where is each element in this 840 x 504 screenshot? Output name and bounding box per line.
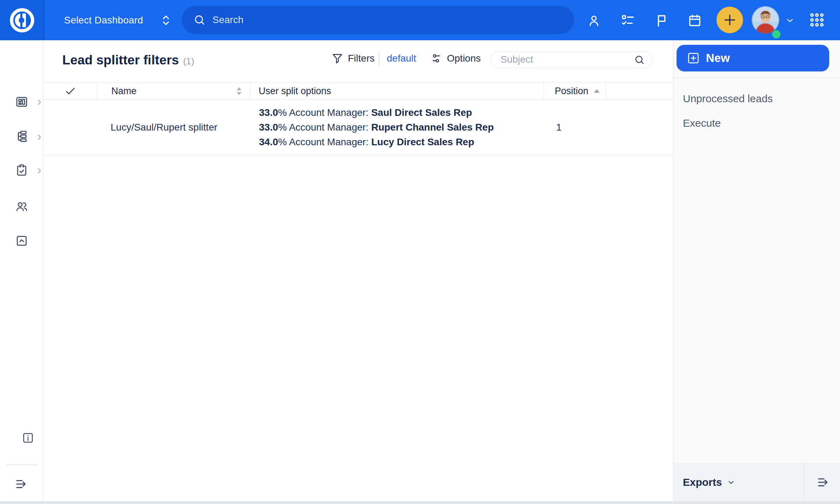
- page-header: Lead splitter filters (1) Filters defaul…: [43, 40, 673, 77]
- user-nav-button[interactable]: [586, 13, 602, 28]
- search-icon: [634, 54, 645, 66]
- split-label: Account Manager:: [289, 122, 369, 133]
- expand-panel-icon: [816, 475, 831, 490]
- flag-nav-button[interactable]: [654, 13, 669, 28]
- global-search[interactable]: [182, 6, 574, 34]
- column-header-position[interactable]: Position: [544, 82, 606, 100]
- expand-sidebar-button[interactable]: [14, 476, 30, 492]
- user-icon: [587, 13, 601, 28]
- exports-label: Exports: [683, 476, 722, 488]
- column-header-split-label: User split options: [259, 86, 331, 97]
- calendar-nav-button[interactable]: [687, 13, 702, 28]
- column-header-actions: [606, 82, 673, 100]
- table-header-row: Name User split options Position: [43, 82, 673, 100]
- panel-item-label: Unprocessed leads: [683, 93, 773, 105]
- chevron-down-icon: [726, 477, 736, 487]
- toolbar-divider: [379, 51, 379, 66]
- contacts-icon: [15, 200, 28, 213]
- plus-icon: [722, 12, 737, 28]
- chevron-right-icon: [35, 98, 43, 106]
- chevron-right-icon: [35, 167, 43, 175]
- split-user: Lucy Direct Sales Rep: [371, 136, 474, 147]
- split-option-line: 33.0% Account Manager: Rupert Channel Sa…: [259, 120, 544, 135]
- sidebar-info-button[interactable]: [22, 431, 35, 444]
- dashboard-icon: [15, 95, 28, 108]
- tasks-nav-button[interactable]: [620, 13, 636, 28]
- panel-footer: Exports: [673, 463, 840, 501]
- sort-toggle-icon[interactable]: [237, 87, 241, 95]
- apps-grid-icon: [808, 12, 825, 28]
- column-header-name[interactable]: Name: [97, 82, 250, 100]
- table-row[interactable]: Lucy/Saul/Rupert splitter 33.0% Account …: [43, 100, 673, 155]
- account-menu-chevron[interactable]: [784, 15, 797, 26]
- split-label: Account Manager:: [289, 136, 369, 147]
- split-option-line: 33.0% Account Manager: Saul Direct Sales…: [259, 105, 544, 120]
- window-bottom-edge: [0, 501, 840, 504]
- column-header-name-label: Name: [111, 86, 136, 97]
- exports-dropdown[interactable]: Exports: [683, 463, 736, 501]
- unfold-more-icon: [158, 13, 174, 28]
- split-percent: 33.0: [259, 122, 278, 133]
- sidebar-item-import[interactable]: [0, 229, 43, 253]
- dashboard-selector-unfold-icon[interactable]: [158, 13, 174, 28]
- active-filter-label: default: [387, 53, 416, 64]
- row-split-options-cell: 33.0% Account Manager: Saul Direct Sales…: [250, 100, 544, 155]
- panel-item-execute[interactable]: Execute: [673, 113, 840, 133]
- select-all-header-cell[interactable]: [43, 82, 97, 100]
- chevron-right-icon: [35, 133, 43, 141]
- split-percent: 33.0: [259, 107, 278, 118]
- row-actions-cell: [606, 100, 673, 155]
- column-header-position-label: Position: [555, 86, 588, 97]
- position-value: 1: [556, 122, 562, 133]
- app-logo[interactable]: [0, 0, 44, 40]
- panel-item-unprocessed-leads[interactable]: Unprocessed leads: [673, 89, 840, 108]
- avatar-photo: [752, 6, 779, 34]
- split-percent-sign: %: [278, 122, 287, 133]
- column-header-user-split-options[interactable]: User split options: [250, 82, 544, 100]
- new-button-label: New: [706, 51, 730, 65]
- split-percent-sign: %: [278, 136, 287, 147]
- global-search-input[interactable]: [212, 14, 527, 26]
- row-name-cell[interactable]: Lucy/Saul/Rupert splitter: [97, 100, 250, 155]
- subject-search-input[interactable]: [491, 54, 624, 65]
- dashboard-selector[interactable]: Select Dashboard: [64, 0, 143, 40]
- sidebar-item-dashboards[interactable]: [0, 90, 43, 114]
- plus-square-icon: [686, 51, 700, 65]
- filters-button[interactable]: Filters: [331, 40, 374, 77]
- funnel-icon: [331, 52, 344, 65]
- sidebar-item-contacts[interactable]: [0, 194, 43, 219]
- expand-sidebar-icon: [14, 477, 29, 491]
- user-avatar[interactable]: [752, 6, 779, 34]
- right-action-panel: New Unprocessed leads Execute Exports: [673, 40, 840, 501]
- top-navigation-bar: Select Dashboard: [0, 0, 840, 40]
- active-filter-link[interactable]: default: [387, 40, 416, 77]
- online-status-dot: [772, 30, 780, 38]
- row-select-cell[interactable]: [43, 100, 97, 155]
- split-user: Saul Direct Sales Rep: [371, 107, 472, 118]
- split-option-line: 34.0% Account Manager: Lucy Direct Sales…: [259, 135, 544, 149]
- apps-grid-button[interactable]: [808, 12, 825, 28]
- panel-divider: [673, 77, 840, 78]
- subject-search[interactable]: [490, 51, 653, 68]
- page-title: Lead splitter filters (1): [62, 40, 194, 77]
- brand-logo-icon: [9, 7, 35, 34]
- chevron-down-icon: [784, 15, 796, 26]
- sidebar-divider: [6, 464, 38, 465]
- split-label: Account Manager:: [289, 107, 369, 118]
- sidebar-item-activities[interactable]: [0, 158, 43, 183]
- quick-add-button[interactable]: [716, 7, 743, 33]
- sort-ascending-icon: [594, 89, 600, 93]
- options-label: Options: [447, 53, 481, 64]
- tree-structure-icon: [15, 130, 28, 144]
- sliders-icon: [430, 52, 443, 65]
- split-user: Rupert Channel Sales Rep: [371, 122, 494, 133]
- row-position-cell: 1: [544, 100, 606, 155]
- splitter-name: Lucy/Saul/Rupert splitter: [111, 122, 217, 133]
- panel-item-label: Execute: [683, 117, 721, 129]
- split-percent: 34.0: [259, 136, 278, 147]
- sidebar-item-pipelines[interactable]: [0, 125, 43, 149]
- lead-splitter-table: Name User split options Position Lucy/Sa…: [43, 82, 673, 155]
- new-button[interactable]: New: [677, 45, 829, 71]
- options-button[interactable]: Options: [430, 40, 481, 77]
- collapse-panel-button[interactable]: [807, 463, 840, 501]
